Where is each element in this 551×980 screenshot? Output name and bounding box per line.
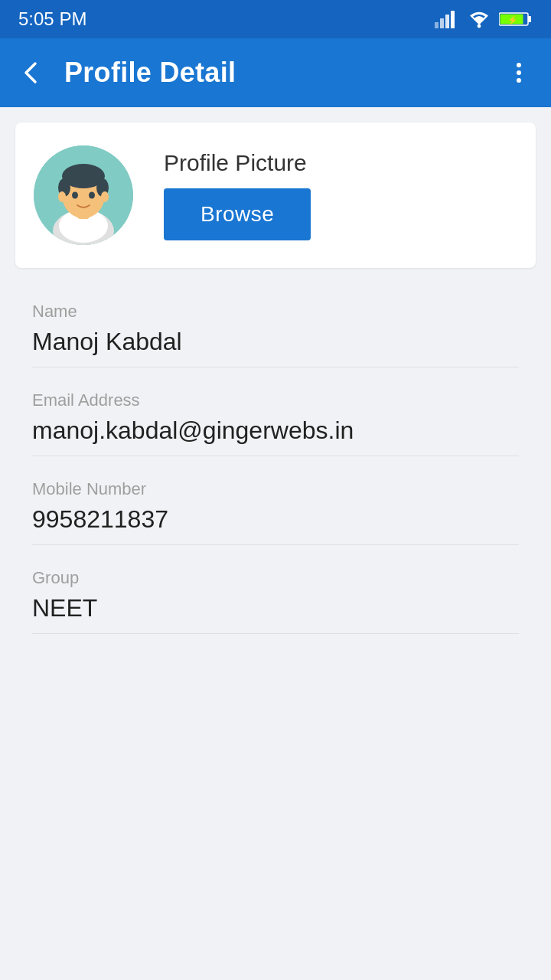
field-group: GroupNEET [20,553,531,642]
field-group: Mobile Number9958211837 [20,464,531,553]
svg-point-21 [89,192,95,199]
dot-icon [517,78,521,83]
profile-info: Profile Picture Browse [164,150,311,240]
back-button[interactable] [15,56,49,90]
svg-rect-6 [528,16,531,22]
page-title: Profile Detail [64,57,487,89]
main-content: Profile Picture Browse NameManoj KabdalE… [0,107,551,657]
svg-rect-2 [445,15,449,28]
profile-picture-label: Profile Picture [164,150,311,176]
app-bar: Profile Detail [0,38,551,107]
back-icon [20,60,44,85]
battery-icon: ⚡ [499,10,533,28]
field-label: Email Address [32,390,519,410]
dot-icon [517,70,521,75]
more-options-button[interactable] [502,56,536,90]
field-group: NameManoj Kabdal [20,286,531,375]
svg-point-19 [101,191,109,202]
svg-point-18 [58,191,66,202]
wifi-icon [467,10,491,28]
signal-icon [435,10,459,28]
avatar-image [34,145,133,245]
svg-rect-0 [435,22,439,28]
field-value: NEET [32,594,519,634]
field-group: Email Addressmanoj.kabdal@gingerwebs.in [20,375,531,464]
field-label: Name [32,302,519,322]
dot-icon [517,63,521,67]
svg-point-4 [478,24,481,28]
svg-point-17 [65,165,102,181]
field-label: Mobile Number [32,479,519,499]
field-value: Manoj Kabdal [32,328,519,368]
status-icons: ⚡ [435,10,533,28]
svg-rect-1 [440,18,444,28]
svg-point-20 [72,192,78,199]
field-value: manoj.kabdal@gingerwebs.in [32,416,519,456]
svg-rect-3 [451,11,455,28]
status-time: 5:05 PM [18,8,86,30]
svg-text:⚡: ⚡ [507,15,518,25]
avatar [34,145,133,245]
field-value: 9958211837 [32,505,519,545]
browse-button[interactable]: Browse [164,188,311,240]
profile-picture-card: Profile Picture Browse [15,122,536,268]
field-label: Group [32,568,519,588]
form-fields: NameManoj KabdalEmail Addressmanoj.kabda… [15,286,536,642]
status-bar: 5:05 PM ⚡ [0,0,551,38]
